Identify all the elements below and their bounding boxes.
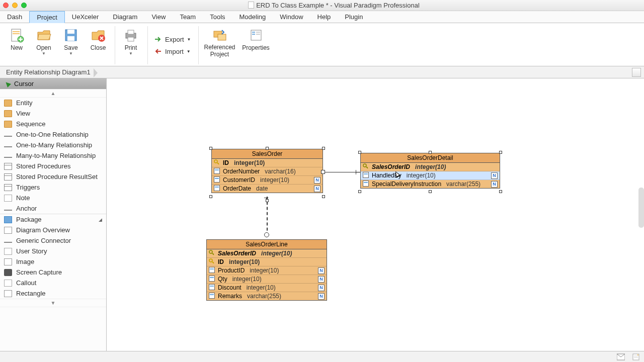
menu-window[interactable]: Window (273, 11, 310, 23)
palette-rectangle[interactable]: Rectangle (0, 288, 106, 299)
print-button[interactable]: Print▼ (118, 26, 143, 56)
palette-diagram-overview[interactable]: Diagram Overview (0, 225, 106, 235)
close-icon[interactable] (3, 3, 9, 8)
selection-handle[interactable] (499, 190, 502, 193)
save-button[interactable]: Save▼ (58, 26, 84, 56)
palette-cursor[interactable]: Cursor (0, 78, 106, 89)
entity-column[interactable]: SpecialDeliveryInstructionvarchar(255)N (361, 180, 500, 188)
selection-handle[interactable] (209, 195, 212, 198)
entity-column[interactable]: OrderDatedateN (212, 185, 323, 193)
scrollbar[interactable] (638, 188, 644, 228)
maximize-icon[interactable] (21, 3, 27, 8)
open-button[interactable]: Open▼ (31, 26, 56, 56)
selection-handle[interactable] (266, 147, 269, 150)
entity-column[interactable]: ProductIDinteger(10)N (207, 266, 327, 275)
menu-plugin[interactable]: Plugin (338, 11, 370, 23)
selection-handle[interactable] (429, 190, 432, 193)
chevron-down-icon: ▼ (129, 51, 133, 56)
selection-handle[interactable] (358, 151, 361, 154)
svg-rect-6 (67, 36, 74, 41)
palette-one-to-one-relationship[interactable]: One-to-One Relationship (0, 129, 106, 140)
selection-handle[interactable] (429, 151, 432, 154)
export-button[interactable]: Export ▼ (151, 34, 194, 44)
palette-triggers[interactable]: Triggers (0, 182, 106, 193)
palette-stored-procedure-resultset[interactable]: Stored Procedure ResultSet (0, 171, 106, 182)
palette-item-label: Generic Connector (16, 237, 71, 244)
selection-handle[interactable] (209, 147, 212, 150)
entity-column[interactable]: Discountinteger(10)N (207, 284, 327, 292)
entity-salesorderdetail[interactable]: SalesOrderDetail SalesOrderIDinteger(10)… (360, 153, 500, 189)
column-type: varchar(255) (247, 293, 281, 300)
entity-column[interactable]: IDinteger(10) (207, 258, 327, 266)
entity-title: SalesOrderLine (207, 240, 327, 249)
palette-sequence[interactable]: Sequence (0, 119, 106, 129)
palette-generic-connector[interactable]: Generic Connector (0, 235, 106, 246)
breadcrumb-item[interactable]: Entity Relationship Diagram1 (3, 67, 98, 77)
palette-image[interactable]: Image (0, 256, 106, 267)
column-type: integer(10) (232, 276, 262, 283)
palette-view[interactable]: View (0, 108, 106, 119)
entity-column[interactable]: Remarksvarchar(255)N (207, 292, 327, 300)
palette-screen-capture[interactable]: Screen Capture (0, 267, 106, 278)
note-icon[interactable] (632, 353, 640, 360)
svg-rect-15 (252, 34, 255, 35)
selection-handle[interactable] (499, 151, 502, 154)
import-button[interactable]: Import ▼ (151, 46, 194, 56)
palette-scroll-down[interactable]: ▼ (0, 299, 106, 307)
palette-one-to-many-relationship[interactable]: One-to-Many Relationship (0, 140, 106, 150)
view-options-icon[interactable] (632, 68, 641, 77)
column-type: integer(10) (415, 163, 446, 170)
menu-uexceler[interactable]: UeXceler (65, 11, 106, 23)
menu-view[interactable]: View (144, 11, 173, 23)
menu-modeling[interactable]: Modeling (232, 11, 273, 23)
column-name: OrderDate (223, 185, 254, 192)
selection-handle[interactable] (358, 190, 361, 193)
column-icon (209, 284, 216, 291)
palette-item-label: Screen Capture (16, 268, 62, 276)
palette-item-label: Diagram Overview (16, 226, 70, 234)
entity-column[interactable]: HandledByinteger(10)N (361, 171, 500, 180)
column-name: OrderNumber (223, 168, 263, 175)
entity-salesorder[interactable]: SalesOrder IDinteger(10)OrderNumbervarch… (211, 149, 323, 193)
palette-stored-procedures[interactable]: Stored Procedures (0, 161, 106, 171)
palette-many-to-many-relationship[interactable]: Many-to-Many Relationship (0, 150, 106, 161)
nullable-icon: N (314, 186, 320, 192)
palette-package[interactable]: Package◢ (0, 214, 106, 225)
referenced-project-button[interactable]: Referenced Project (202, 26, 238, 58)
new-button[interactable]: New (4, 26, 29, 51)
column-name: ID (218, 258, 227, 265)
menu-dash[interactable]: Dash (0, 11, 29, 23)
entity-column[interactable]: Qtyinteger(10)N (207, 275, 327, 284)
palette-note[interactable]: Note (0, 193, 106, 203)
selection-handle[interactable] (266, 199, 269, 202)
svg-rect-12 (218, 34, 226, 40)
palette-callout[interactable]: Callout (0, 278, 106, 288)
properties-button[interactable]: Properties (240, 26, 272, 51)
close-button[interactable]: Close (86, 26, 111, 51)
entity-column[interactable]: SalesOrderIDinteger(10) (207, 249, 327, 258)
entity-column[interactable]: CustomerIDinteger(10)N (212, 176, 323, 185)
chevron-down-icon: ▼ (187, 37, 191, 42)
menu-tools[interactable]: Tools (203, 11, 232, 23)
window-title: ERD To Class Example * - Visual Paradigm… (27, 2, 641, 9)
menu-team[interactable]: Team (173, 11, 203, 23)
diagram-canvas[interactable]: SalesOrder IDinteger(10)OrderNumbervarch… (107, 78, 644, 351)
nullable-icon: N (491, 181, 498, 188)
minimize-icon[interactable] (12, 3, 18, 8)
menu-help[interactable]: Help (310, 11, 338, 23)
entity-salesorderline[interactable]: SalesOrderLine SalesOrderIDinteger(10)ID… (206, 239, 327, 301)
palette-anchor[interactable]: Anchor (0, 203, 106, 214)
palette-entity[interactable]: Entity (0, 98, 106, 108)
entity-column[interactable]: OrderNumbervarchar(16) (212, 167, 323, 176)
selection-handle[interactable] (322, 195, 325, 198)
menu-diagram[interactable]: Diagram (106, 11, 144, 23)
palette-scroll-up[interactable]: ▲ (0, 89, 106, 98)
selection-handle[interactable] (322, 147, 325, 150)
menu-project[interactable]: Project (29, 11, 64, 23)
palette-user-story[interactable]: User Story (0, 246, 106, 256)
entity-column[interactable]: SalesOrderIDinteger(10) (361, 163, 500, 171)
relationship-line[interactable] (267, 197, 268, 236)
relationship-line[interactable] (323, 172, 360, 172)
entity-column[interactable]: IDinteger(10) (212, 159, 323, 167)
mail-icon[interactable] (617, 353, 625, 360)
